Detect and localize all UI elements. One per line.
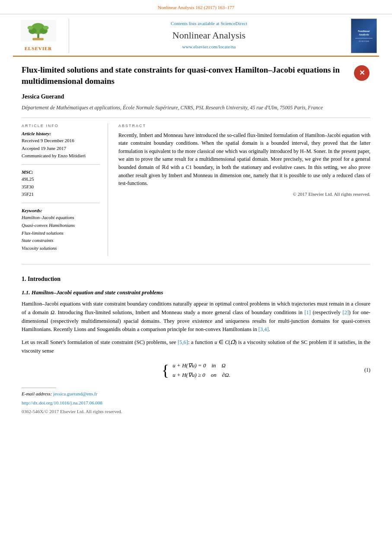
section-1-label: Introduction	[28, 276, 61, 282]
received-date: Received 9 December 2016	[22, 137, 100, 145]
keyword-1: Hamilton–Jacobi equations	[22, 214, 100, 222]
subsection-1-1-title: 1.1. Hamilton–Jacobi equation and state …	[22, 289, 370, 296]
journal-url[interactable]: www.elsevier.com/locate/na	[74, 44, 344, 50]
article-info-panel: ARTICLE INFO Article history: Received 9…	[22, 123, 108, 256]
equation-1-system: { u + H(∇u) = 0 in Ω u + H(∇u) ≥ 0 on ∂Ω…	[162, 362, 230, 379]
page: Nonlinear Analysis 162 (2017) 163–177	[0, 0, 392, 535]
subsection-1-1-number: 1.1.	[22, 289, 30, 296]
sciencedirect-link[interactable]: ScienceDirect	[220, 21, 247, 26]
keyword-5: Viscosity solutions	[22, 245, 100, 252]
journal-cover: NonlinearAnalysis ELSEVIER	[349, 19, 379, 53]
contents-available-line: Contents lists available at ScienceDirec…	[74, 20, 344, 27]
info-divider-1	[22, 164, 100, 165]
paper-title-text: Flux-limited solutions and state constra…	[22, 65, 340, 86]
section-1-number: 1.	[22, 276, 26, 282]
section-1-title: 1. Introduction	[22, 275, 370, 283]
journal-citation-link[interactable]: Nonlinear Analysis 162 (2017) 163–177	[158, 5, 234, 10]
equation-brace: {	[162, 363, 169, 378]
contents-text: Contents lists available at	[171, 21, 220, 26]
accepted-date: Accepted 19 June 2017	[22, 145, 100, 153]
article-history-section: Article history: Received 9 December 201…	[22, 131, 100, 160]
equation-1-line-2: u + H(∇u) ≥ 0 on ∂Ω.	[172, 371, 230, 379]
keyword-4: State constraints	[22, 237, 100, 245]
keyword-3: Flux-limited solutions	[22, 229, 100, 237]
footer-doi[interactable]: http://dx.doi.org/10.1016/j.na.2017.06.0…	[22, 400, 370, 406]
svg-point-5	[27, 26, 33, 30]
ref-2-link[interactable]: [2]	[343, 309, 349, 315]
equation-1-block: { u + H(∇u) = 0 in Ω u + H(∇u) ≥ 0 on ∂Ω…	[22, 362, 370, 379]
top-citation-bar: Nonlinear Analysis 162 (2017) 163–177	[0, 0, 392, 14]
info-divider-2	[22, 203, 100, 203]
ref-1-link[interactable]: [1]	[304, 309, 311, 315]
keywords-list: Hamilton–Jacobi equations Quasi-convex H…	[22, 214, 100, 252]
article-info-header: ARTICLE INFO	[22, 123, 100, 129]
article-columns: ARTICLE INFO Article history: Received 9…	[22, 123, 370, 256]
paper-title-area: Flux-limited solutions and state constra…	[22, 64, 370, 86]
msc-section: MSC: 49L25 35F30 35F21	[22, 169, 100, 198]
abstract-header: ABSTRACT	[118, 123, 370, 129]
abstract-text: Recently, Imbert and Monneau have introd…	[118, 131, 370, 188]
main-content: Flux-limited solutions and state constra…	[0, 57, 392, 424]
equation-1-line-1: u + H(∇u) = 0 in Ω	[172, 362, 230, 369]
msc-label: MSC:	[22, 169, 100, 175]
footer-copyright: 0362-546X/© 2017 Elsevier Ltd. All right…	[22, 408, 370, 415]
body-divider	[22, 264, 370, 264]
crossmark-icon: ✕	[354, 65, 370, 81]
keywords-label: Keywords:	[22, 207, 100, 214]
history-label: Article history:	[22, 131, 100, 137]
msc-codes: 49L25 35F30 35F21	[22, 175, 100, 198]
abstract-panel: ABSTRACT Recently, Imbert and Monneau ha…	[118, 123, 370, 256]
elsevier-tree-icon	[19, 20, 58, 41]
intro-paragraph-1: Hamilton–Jacobi equations with state con…	[22, 300, 370, 334]
author-affiliation: Département de Mathématiques et applicat…	[22, 104, 370, 111]
cover-title: NonlinearAnalysis	[358, 29, 370, 37]
keyword-2: Quasi-convex Hamiltonians	[22, 222, 100, 229]
email-label: E-mail address:	[22, 391, 52, 396]
journal-cover-image: NonlinearAnalysis ELSEVIER	[351, 19, 377, 53]
crossmark-badge[interactable]: ✕	[353, 64, 370, 82]
abstract-copyright: © 2017 Elsevier Ltd. All rights reserved…	[118, 191, 370, 197]
email-address[interactable]: jessica.guerand@ens.fr	[53, 391, 97, 396]
author-name: Jessica Guerand	[22, 92, 370, 101]
ref-34-link[interactable]: [3,4]	[258, 326, 269, 332]
svg-point-6	[43, 26, 48, 30]
keywords-section: Keywords: Hamilton–Jacobi equations Quas…	[22, 207, 100, 252]
journal-title: Nonlinear Analysis	[74, 29, 344, 42]
journal-info: Contents lists available at ScienceDirec…	[74, 19, 344, 53]
communicated-by: Communicated by Enzo Mitidieri	[22, 152, 100, 160]
elsevier-logo-area: ELSEVIER	[13, 19, 69, 53]
intro-paragraph-2: Let us recall Soner's formulation of sta…	[22, 338, 370, 356]
footer-email: E-mail address: jessica.guerand@ens.fr	[22, 391, 370, 397]
footer-divider	[22, 388, 56, 388]
elsevier-wordmark: ELSEVIER	[25, 45, 52, 52]
svg-rect-7	[32, 38, 43, 40]
equation-1-lines: u + H(∇u) = 0 in Ω u + H(∇u) ≥ 0 on ∂Ω.	[172, 362, 230, 379]
subsection-1-1-label: Hamilton–Jacobi equation and state const…	[32, 289, 163, 296]
header-divider	[22, 118, 370, 118]
journal-header: ELSEVIER Contents lists available at Sci…	[13, 14, 379, 57]
equation-1-number: (1)	[364, 366, 370, 374]
ref-56-link[interactable]: [5,6]	[178, 339, 188, 345]
